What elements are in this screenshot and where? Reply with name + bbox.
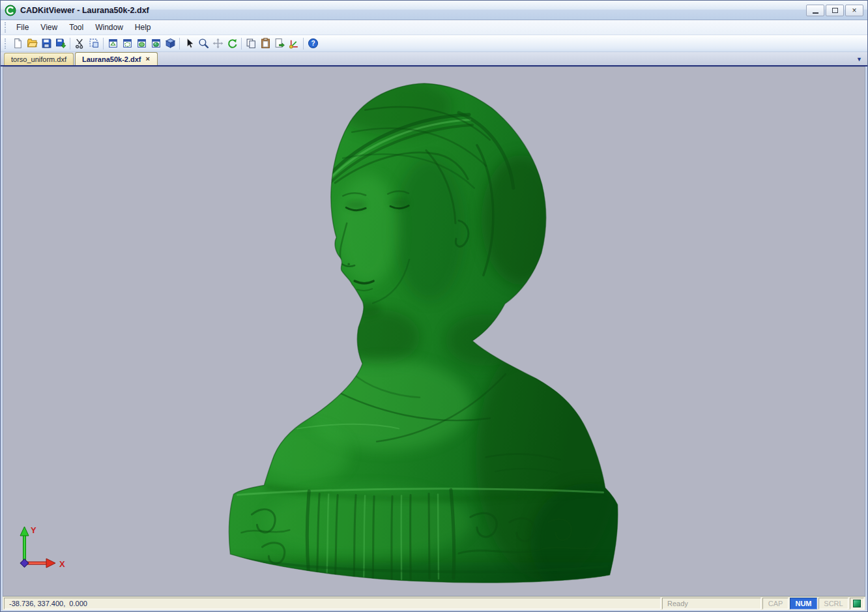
- toolbar-button-display-shaded[interactable]: [134, 36, 149, 51]
- toolbar-button-zoom-magnifier[interactable]: [196, 36, 210, 51]
- caps-lock-indicator: CAP: [762, 598, 788, 609]
- toolbar-grip: [5, 38, 7, 49]
- axis-x-label: X: [59, 559, 65, 569]
- toolbar: ?: [1, 35, 867, 52]
- toolbar-button-save-file[interactable]: [39, 36, 53, 51]
- title-bar: CADKitViewer - Laurana50k-2.dxf ×: [1, 1, 867, 20]
- display-hidden-icon: [122, 38, 133, 49]
- window-controls: ×: [806, 5, 863, 16]
- coordinate-axes-icon: [289, 38, 300, 49]
- toolbar-separator: [241, 38, 242, 50]
- resize-grip[interactable]: [850, 598, 864, 609]
- num-lock-indicator: NUM: [790, 598, 817, 609]
- toolbar-button-pan-move[interactable]: [210, 36, 225, 51]
- tab-label: torso_uniform.dxf: [11, 55, 66, 63]
- toolbar-button-display-wireframe[interactable]: [106, 36, 120, 51]
- toolbar-button-export-image[interactable]: [272, 36, 287, 51]
- tab-overflow-button[interactable]: ▼: [856, 57, 862, 63]
- minimize-button[interactable]: [806, 5, 824, 16]
- toolbar-button-display-hidden[interactable]: [120, 36, 134, 51]
- x-axis-arrow: [46, 559, 55, 568]
- toolbar-button-display-rendered[interactable]: [149, 36, 163, 51]
- toolbar-button-rotate-view[interactable]: [225, 36, 239, 51]
- menu-item-window[interactable]: Window: [89, 21, 129, 34]
- cut-scissors-icon: [74, 38, 85, 49]
- export-image-icon: [274, 38, 285, 49]
- rotate-view-icon: [227, 38, 238, 49]
- menu-bar: File View Tool Window Help: [1, 20, 867, 35]
- open-file-icon: [27, 38, 38, 49]
- toolbar-button-capture-region[interactable]: [87, 36, 101, 51]
- toolbar-button-help-about[interactable]: ?: [306, 36, 320, 51]
- tab-close-icon[interactable]: ×: [145, 55, 150, 63]
- menu-item-file[interactable]: File: [10, 21, 35, 34]
- isometric-cube-icon: [165, 38, 176, 49]
- toolbar-button-paste-clipboard[interactable]: [258, 36, 272, 51]
- status-message: Ready: [662, 598, 761, 609]
- toolbar-button-isometric-cube[interactable]: [163, 36, 177, 51]
- paste-clipboard-icon: [260, 38, 271, 49]
- toolbar-separator: [103, 38, 104, 50]
- axis-origin: [20, 559, 29, 568]
- grip-icon: [853, 600, 861, 607]
- app-window: CADKitViewer - Laurana50k-2.dxf × File V…: [0, 0, 868, 612]
- display-wireframe-icon: [108, 38, 119, 49]
- new-document-icon: [12, 38, 23, 49]
- pan-move-icon: [212, 38, 224, 49]
- toolbar-button-select-pointer[interactable]: [182, 36, 196, 51]
- toolbar-button-cut-scissors[interactable]: [72, 36, 87, 51]
- toolbar-button-copy-image[interactable]: [244, 36, 258, 51]
- toolbar-separator: [70, 38, 70, 50]
- window-title: CADKitViewer - Laurana50k-2.dxf: [20, 6, 806, 15]
- tab-bar: torso_uniform.dxf Laurana50k-2.dxf × ▼: [1, 52, 867, 66]
- close-icon: ×: [852, 7, 856, 14]
- coordinate-readout: -38.736, 337.400, 0.000: [4, 598, 661, 609]
- display-shaded-icon: [136, 38, 147, 49]
- capture-region-icon: [89, 38, 100, 49]
- import-file-icon: [55, 38, 66, 49]
- toolbar-button-open-file[interactable]: [25, 36, 39, 51]
- menu-item-help[interactable]: Help: [129, 21, 157, 34]
- y-axis-arrow: [20, 527, 29, 536]
- svg-text:?: ?: [311, 40, 315, 47]
- viewport[interactable]: Y X: [3, 66, 865, 596]
- maximize-icon: [832, 8, 838, 13]
- toolbar-button-coordinate-axes[interactable]: [287, 36, 301, 51]
- toolbar-separator: [179, 38, 180, 50]
- tab-laurana50k[interactable]: Laurana50k-2.dxf ×: [75, 52, 158, 65]
- copy-image-icon: [246, 38, 257, 49]
- select-pointer-icon: [184, 38, 195, 49]
- menu-item-view[interactable]: View: [35, 21, 63, 34]
- toolbar-separator: [303, 38, 304, 50]
- display-rendered-icon: [151, 38, 162, 49]
- save-file-icon: [41, 38, 52, 49]
- close-button[interactable]: ×: [845, 5, 863, 16]
- status-bar: -38.736, 337.400, 0.000 Ready CAP NUM SC…: [3, 596, 865, 610]
- tab-label: Laurana50k-2.dxf: [82, 55, 141, 63]
- tab-torso-uniform[interactable]: torso_uniform.dxf: [4, 53, 74, 65]
- axis-y-label: Y: [31, 525, 36, 535]
- axis-indicator: Y X: [7, 523, 79, 583]
- app-icon: [5, 5, 16, 16]
- window-frame: Y X -38.736, 337.400, 0.000 Ready CAP NU…: [1, 66, 867, 611]
- zoom-magnifier-icon: [198, 38, 209, 49]
- menu-grip: [5, 22, 7, 33]
- menu-item-tool[interactable]: Tool: [63, 21, 89, 34]
- minimize-icon: [813, 12, 818, 14]
- scroll-lock-indicator: SCRL: [818, 598, 848, 609]
- maximize-button[interactable]: [826, 5, 844, 16]
- toolbar-button-import-file[interactable]: [53, 36, 68, 51]
- bust-model[interactable]: [3, 67, 865, 596]
- help-about-icon: ?: [308, 38, 319, 49]
- toolbar-button-new-document[interactable]: [10, 36, 25, 51]
